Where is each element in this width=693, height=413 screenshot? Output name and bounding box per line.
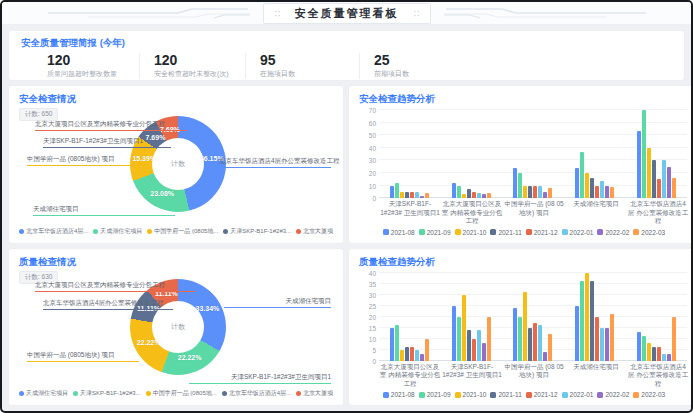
bar[interactable]: [462, 295, 466, 361]
bar[interactable]: [575, 306, 579, 361]
bar[interactable]: [518, 317, 522, 361]
bar[interactable]: [647, 343, 651, 361]
legend-item[interactable]: 2021-09: [419, 229, 451, 236]
legend-item[interactable]: 2021-10: [455, 229, 487, 236]
bar[interactable]: [538, 186, 542, 199]
bar[interactable]: [410, 192, 414, 198]
bar[interactable]: [425, 339, 429, 361]
bar[interactable]: [585, 273, 589, 361]
bar[interactable]: [487, 317, 491, 361]
bar[interactable]: [672, 178, 676, 198]
bar[interactable]: [513, 308, 517, 361]
bar[interactable]: [528, 328, 532, 361]
legend-item[interactable]: 天津SKP-B1F-1#2#3...: [73, 389, 141, 398]
legend-item[interactable]: 北京大厦项目公区及室...: [296, 389, 333, 398]
bar[interactable]: [405, 347, 409, 360]
bar[interactable]: [452, 306, 456, 361]
bar[interactable]: [652, 347, 656, 360]
legend-item[interactable]: 2022-01: [562, 229, 594, 236]
bar[interactable]: [543, 192, 547, 198]
legend-item[interactable]: 北京车华饭店酒店4层...: [19, 227, 88, 236]
bar[interactable]: [605, 186, 609, 199]
legend-item[interactable]: 中国学府一品 (0805地...: [146, 389, 217, 398]
bar[interactable]: [580, 152, 584, 199]
bar[interactable]: [415, 192, 419, 198]
bar[interactable]: [513, 168, 517, 198]
bar[interactable]: [610, 187, 614, 198]
legend-item[interactable]: 2021-08: [383, 229, 415, 236]
legend-item[interactable]: 2021-10: [455, 391, 487, 398]
bar[interactable]: [605, 328, 609, 361]
bar[interactable]: [400, 350, 404, 361]
bar[interactable]: [410, 347, 414, 360]
bar[interactable]: [420, 196, 424, 199]
bar[interactable]: [452, 183, 456, 198]
bar[interactable]: [595, 317, 599, 361]
bar[interactable]: [457, 317, 461, 361]
legend-item[interactable]: 北京大厦项目公区及室...: [296, 227, 333, 236]
legend-item[interactable]: 2022-02: [597, 391, 629, 398]
legend-item[interactable]: 2021-09: [419, 391, 451, 398]
bar[interactable]: [533, 186, 537, 199]
bar[interactable]: [518, 173, 522, 198]
bar[interactable]: [405, 192, 409, 198]
bar[interactable]: [487, 193, 491, 198]
bar[interactable]: [425, 193, 429, 198]
bar[interactable]: [667, 354, 671, 361]
bar[interactable]: [575, 168, 579, 198]
bar[interactable]: [642, 110, 646, 198]
bar[interactable]: [595, 186, 599, 199]
bar[interactable]: [642, 336, 646, 360]
legend-item[interactable]: 2022-01: [562, 391, 594, 398]
legend-item[interactable]: 2021-11: [490, 229, 521, 236]
legend-item[interactable]: 2021-12: [526, 391, 558, 398]
legend-item[interactable]: 2022-03: [633, 229, 665, 236]
bar[interactable]: [662, 354, 666, 361]
bar[interactable]: [543, 352, 547, 361]
bar[interactable]: [523, 292, 527, 360]
donut-ring[interactable]: 计数 33.34%22.22%22.22%11.11%11.11%: [130, 279, 226, 375]
bar[interactable]: [600, 181, 604, 199]
legend-item[interactable]: 天成湖住宅项目: [93, 227, 142, 236]
bar[interactable]: [590, 281, 594, 360]
bar[interactable]: [477, 193, 481, 198]
legend-item[interactable]: 2022-02: [597, 229, 629, 236]
bar[interactable]: [477, 330, 481, 361]
bar[interactable]: [548, 188, 552, 198]
bar[interactable]: [467, 330, 471, 361]
bar[interactable]: [672, 317, 676, 361]
bar[interactable]: [395, 183, 399, 198]
legend-item[interactable]: 天成湖住宅项目: [19, 389, 68, 398]
bar[interactable]: [647, 148, 651, 198]
legend-item[interactable]: 2021-11: [490, 391, 521, 398]
legend-item[interactable]: 2021-08: [383, 391, 415, 398]
bar[interactable]: [482, 194, 486, 198]
bar[interactable]: [580, 281, 584, 360]
bar[interactable]: [420, 354, 424, 361]
bar[interactable]: [462, 194, 466, 198]
legend-item[interactable]: 北京车华饭店酒店4层...: [222, 389, 291, 398]
bar[interactable]: [400, 192, 404, 198]
bar[interactable]: [662, 160, 666, 198]
legend-item[interactable]: 天津SKP-B1F-1#2#3...: [223, 227, 291, 236]
bar[interactable]: [482, 343, 486, 361]
bar[interactable]: [667, 167, 671, 198]
bar[interactable]: [548, 334, 552, 360]
bar[interactable]: [585, 173, 589, 198]
legend-item[interactable]: 2022-03: [633, 391, 665, 398]
bar[interactable]: [590, 178, 594, 198]
bar[interactable]: [390, 186, 394, 199]
bar[interactable]: [390, 328, 394, 361]
bar[interactable]: [637, 332, 641, 361]
bar[interactable]: [528, 186, 532, 199]
bar[interactable]: [652, 160, 656, 198]
bar[interactable]: [395, 325, 399, 360]
bar[interactable]: [472, 192, 476, 198]
legend-item[interactable]: 2021-12: [526, 229, 558, 236]
bar[interactable]: [538, 325, 542, 360]
legend-item[interactable]: 中国学府一品 (0805地...: [147, 227, 218, 236]
bar[interactable]: [457, 186, 461, 199]
bar[interactable]: [467, 189, 471, 198]
bar[interactable]: [415, 350, 419, 361]
bar[interactable]: [533, 323, 537, 360]
